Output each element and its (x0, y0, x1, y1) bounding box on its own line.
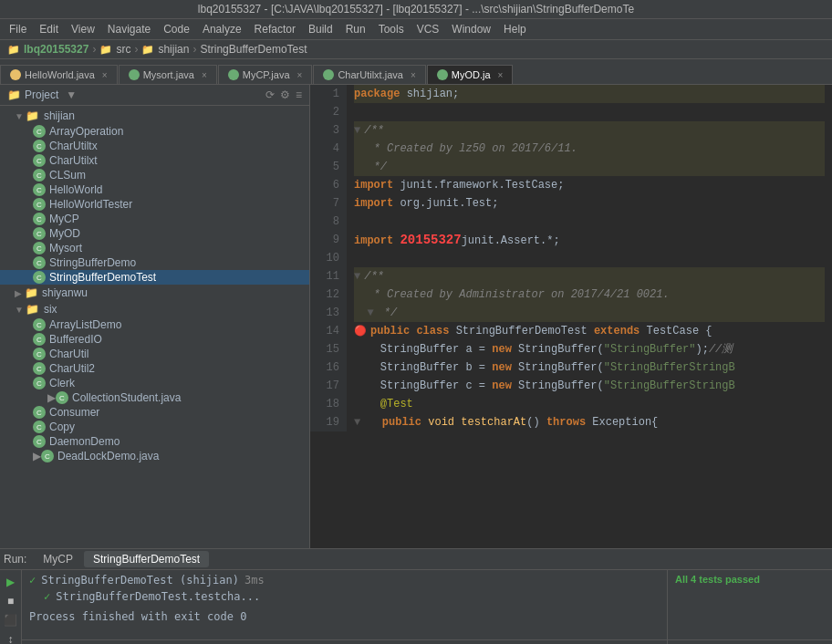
tab-close-myod[interactable]: × (498, 70, 504, 80)
menu-item-refactor[interactable]: Refactor (249, 21, 301, 37)
tree-mysort[interactable]: C Mysort (0, 241, 309, 255)
menu-item-build[interactable]: Build (303, 21, 338, 37)
tab-mysort[interactable]: Mysort.java × (119, 65, 217, 84)
title-text: lbq20155327 - [C:\JAVA\lbq20155327] - [l… (198, 3, 634, 16)
tab-mycp[interactable]: MyCP.java × (218, 65, 313, 84)
code-line-4: * Created by lz50 on 2017/6/11. (354, 140, 825, 158)
tree-stringbufferdemotest[interactable]: C StringBufferDemoTest (0, 270, 309, 285)
consumer-icon: C (33, 406, 46, 419)
run-icon-14[interactable]: 🔴 (354, 326, 367, 337)
tree-stringbufferdemo[interactable]: C StringBufferDemo (0, 255, 309, 270)
code-line-12: * Created by Administrator on 2017/4/21 … (354, 286, 825, 304)
run-content: ▶ ■ ⬛ ↕ ↔ ⊟ ◀ ▶ ⬆ ✓ StringBufferDemoTest… (0, 570, 832, 644)
code-view: 1 2 3 4 5 6 7 8 9 10 11 12 13 14 ⚠ (310, 85, 832, 431)
menu-item-view[interactable]: View (66, 21, 100, 37)
menu-item-file[interactable]: File (4, 21, 32, 37)
fold-13[interactable]: ▼ (367, 306, 373, 319)
tree-copy[interactable]: C Copy (0, 420, 309, 434)
tree-arraylistdemo[interactable]: C ArrayListDemo (0, 317, 309, 332)
tab-myod[interactable]: MyOD.ja × (427, 65, 514, 84)
code-line-15: StringBuffer a = new StringBuffer("Strin… (354, 340, 825, 358)
tab-icon-mysort (129, 69, 140, 80)
breadcrumb-project[interactable]: lbq20155327 (24, 43, 88, 56)
title-bar: lbq20155327 - [C:\JAVA\lbq20155327] - [l… (0, 0, 832, 19)
six-expand-icon[interactable]: ▼ (15, 305, 24, 315)
tree-bufferedIO[interactable]: C BufferedIO (0, 332, 309, 347)
line-14-num: 14 ⚠ (317, 322, 339, 340)
stop-button[interactable]: ⬛ (3, 612, 19, 628)
tree-clerk[interactable]: C Clerk (0, 376, 309, 390)
menu-item-help[interactable]: Help (498, 21, 532, 37)
tree-collectionstudent[interactable]: ▶ C CollectionStudent.java (0, 390, 309, 405)
tree-helloworldtester[interactable]: C HelloWorldTester (0, 197, 309, 212)
menu-item-navigate[interactable]: Navigate (102, 21, 156, 37)
shiyanwu-expand-icon[interactable]: ▶ (15, 288, 22, 298)
tree-myod[interactable]: C MyOD (0, 226, 309, 241)
run-label: Run: (4, 553, 26, 566)
tree-shiyanwu-folder[interactable]: ▶ 📁 shiyanwu (0, 285, 309, 301)
tree-charutiltx[interactable]: C CharUtiltx (0, 139, 309, 153)
menu-item-code[interactable]: Code (158, 21, 195, 37)
menu-item-edit[interactable]: Edit (34, 21, 64, 37)
run-output: ✓ StringBufferDemoTest (shijian) 3ms ✓ S… (22, 570, 667, 644)
tree-shijian-folder[interactable]: ▼ 📁 shijian (0, 108, 309, 124)
run-tab-stringbuffer[interactable]: StringBufferDemoTest (84, 551, 209, 567)
fold-3[interactable]: ▼ (354, 124, 360, 137)
code-line-11: ▼/** (354, 267, 825, 286)
collectionstudent-expand[interactable]: ▶ (33, 391, 56, 404)
editor-content[interactable]: 1 2 3 4 5 6 7 8 9 10 11 12 13 14 ⚠ (310, 85, 832, 548)
deadlockdemo-expand[interactable]: ▶ (33, 450, 41, 462)
tree-array-operation[interactable]: C ArrayOperation (0, 124, 309, 139)
tree-six-folder[interactable]: ▼ 📁 six (0, 301, 309, 317)
code-line-16: StringBuffer b = new StringBuffer("Strin… (354, 358, 825, 377)
tab-helloworld[interactable]: HelloWorld.java × (0, 65, 118, 84)
run-tab-mycp[interactable]: MyCP (34, 551, 82, 567)
menu-item-run[interactable]: Run (340, 21, 371, 37)
menu-item-analyze[interactable]: Analyze (197, 21, 247, 37)
project-label: Project (25, 88, 58, 101)
test-result-row1: ✓ StringBufferDemoTest (shijian) 3ms (29, 574, 660, 587)
gear-icon[interactable]: ≡ (296, 88, 302, 101)
code-line-2 (354, 103, 825, 121)
tree-deadlockdemo[interactable]: ▶ C DeadLockDemo.java (0, 449, 309, 463)
tree-daemondemo[interactable]: C DaemonDemo (0, 434, 309, 449)
clsum-icon: C (33, 169, 46, 182)
editor-tabs: HelloWorld.java × Mysort.java × MyCP.jav… (0, 59, 832, 85)
tree-clsum[interactable]: C CLSum (0, 168, 309, 182)
breadcrumb-src[interactable]: src (116, 43, 130, 56)
rerun-button[interactable]: ■ (3, 593, 19, 609)
breadcrumb-shijian[interactable]: shijian (158, 43, 189, 56)
sort-button[interactable]: ↕ (3, 631, 19, 644)
tree-charutilxt[interactable]: C CharUtilxt (0, 153, 309, 168)
tab-icon-myod (437, 69, 448, 80)
tab-charutilxt[interactable]: CharUtilxt.java × (313, 65, 425, 84)
stringbufferdemotest-icon: C (33, 271, 46, 284)
fold-19[interactable]: ▼ (354, 416, 360, 429)
tab-icon-helloworld (10, 69, 21, 80)
tree-mycp[interactable]: C MyCP (0, 212, 309, 226)
test-pass-icon-1: ✓ (29, 574, 36, 587)
menu-item-vcs[interactable]: VCS (411, 21, 445, 37)
menu-item-tools[interactable]: Tools (373, 21, 410, 37)
code-area[interactable]: package shijian; ▼/** * Created by lz50 … (347, 85, 832, 431)
tree-helloworld[interactable]: C HelloWorld (0, 182, 309, 197)
breadcrumb-file[interactable]: StringBufferDemoTest (200, 43, 307, 56)
helloworld-icon: C (33, 183, 46, 196)
settings-icon[interactable]: ⚙ (280, 88, 290, 101)
tree-charutil2[interactable]: C CharUtil2 (0, 361, 309, 376)
tab-close-mysort[interactable]: × (202, 70, 207, 80)
test-result-label-1: StringBufferDemoTest (shijian) (41, 574, 239, 587)
editor-area: 1 2 3 4 5 6 7 8 9 10 11 12 13 14 ⚠ (310, 85, 832, 548)
tree-consumer[interactable]: C Consumer (0, 405, 309, 420)
tab-close-mycp[interactable]: × (297, 70, 303, 80)
sync-icon[interactable]: ⟳ (265, 88, 275, 101)
shijian-expand-icon[interactable]: ▼ (15, 111, 24, 121)
tab-close-helloworld[interactable]: × (102, 70, 108, 80)
play-button[interactable]: ▶ (3, 574, 19, 590)
tree-charutil[interactable]: C CharUtil (0, 347, 309, 361)
charutil-icon: C (33, 348, 46, 360)
charutilxt-icon: C (33, 154, 46, 167)
menu-item-window[interactable]: Window (446, 21, 496, 37)
fold-11[interactable]: ▼ (354, 270, 360, 283)
tab-close-charutilxt[interactable]: × (411, 70, 416, 80)
